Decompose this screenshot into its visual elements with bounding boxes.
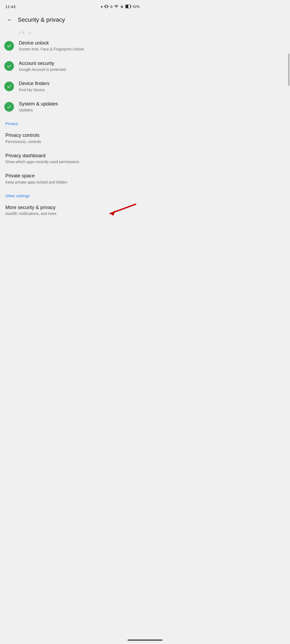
- more-security-subtitle: Autofill, notifications, and more: [5, 211, 140, 216]
- private-space-title: Private space: [5, 173, 140, 179]
- signal-icon: [120, 4, 124, 9]
- privacy-dashboard-item[interactable]: Privacy dashboard Show which apps recent…: [0, 148, 145, 169]
- privacy-controls-title: Privacy controls: [5, 132, 140, 138]
- system-updates-subtitle: Updates: [19, 108, 58, 112]
- vibrate-icon: [104, 4, 108, 9]
- page-title: Security & privacy: [18, 16, 65, 23]
- device-unlock-check-icon: [4, 41, 14, 51]
- privacy-dashboard-subtitle: Show which apps recently used permission…: [5, 159, 140, 164]
- svg-rect-2: [126, 5, 128, 8]
- back-button[interactable]: ←: [4, 14, 15, 25]
- content-area: y & ...g Device unlock Screen lock, Face…: [0, 29, 145, 221]
- svg-rect-1: [130, 6, 131, 7]
- battery-percent: 52%: [133, 5, 140, 9]
- top-bar: ← Security & privacy: [0, 12, 145, 29]
- device-finders-subtitle: Find My Device: [19, 87, 49, 92]
- privacy-dashboard-title: Privacy dashboard: [5, 153, 140, 159]
- device-unlock-subtitle: Screen lock, Face & Fingerprint Unlock: [19, 47, 84, 52]
- device-unlock-title: Device unlock: [19, 40, 84, 46]
- account-security-item[interactable]: Account security Google Account is prote…: [0, 56, 145, 76]
- more-security-wrapper: More security & privacy Autofill, notifi…: [0, 200, 145, 221]
- private-space-item[interactable]: Private space Keep private apps locked a…: [0, 169, 145, 189]
- back-arrow-icon: ←: [7, 16, 13, 23]
- device-finders-item[interactable]: Device finders Find My Device: [0, 76, 145, 97]
- device-unlock-text: Device unlock Screen lock, Face & Finger…: [19, 40, 84, 52]
- status-time: 11:43: [5, 4, 16, 9]
- other-settings-section-header: Other settings: [0, 189, 145, 200]
- battery-icon: [125, 5, 131, 8]
- system-updates-text: System & updates Updates: [19, 101, 58, 113]
- status-bar: 11:43 ● ⊖: [0, 0, 145, 12]
- device-finders-check-icon: [4, 82, 14, 91]
- account-security-check-icon: [4, 61, 14, 71]
- status-icons: ● ⊖: [101, 4, 140, 9]
- privacy-controls-subtitle: Permissions, controls: [5, 139, 140, 144]
- device-unlock-item[interactable]: Device unlock Screen lock, Face & Finger…: [0, 36, 145, 56]
- more-security-item[interactable]: More security & privacy Autofill, notifi…: [0, 200, 145, 221]
- account-security-title: Account security: [19, 60, 66, 67]
- device-finders-text: Device finders Find My Device: [19, 80, 49, 92]
- system-updates-title: System & updates: [19, 101, 58, 107]
- privacy-section-header: Privacy: [0, 117, 145, 128]
- account-security-subtitle: Google Account is protected: [19, 67, 66, 72]
- private-space-subtitle: Keep private apps locked and hidden: [5, 180, 140, 185]
- system-updates-item[interactable]: System & updates Updates: [0, 97, 145, 117]
- system-updates-check-icon: [4, 102, 14, 112]
- fade-top-text: y & ...g: [0, 29, 145, 36]
- device-finders-title: Device finders: [19, 80, 49, 87]
- notification-dot-icon: ●: [101, 5, 103, 9]
- privacy-controls-item[interactable]: Privacy controls Permissions, controls: [0, 128, 145, 148]
- account-security-text: Account security Google Account is prote…: [19, 60, 66, 72]
- wifi-icon: [114, 4, 118, 9]
- more-security-title: More security & privacy: [5, 204, 140, 211]
- dnd-icon: ⊖: [110, 5, 113, 9]
